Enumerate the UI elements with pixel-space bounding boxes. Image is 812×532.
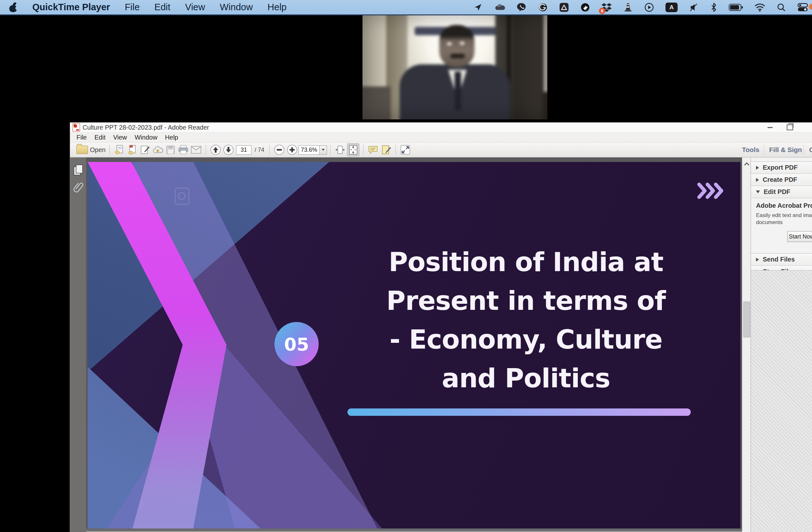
webcam-vignette [362, 15, 547, 119]
onedrive-cloud-icon[interactable] [494, 2, 506, 13]
zoom-level-input[interactable]: 73.6% [299, 145, 320, 155]
page-thumbnails-icon[interactable] [73, 164, 84, 177]
viber-icon[interactable] [517, 2, 527, 13]
wifi-icon[interactable] [754, 2, 765, 13]
acrobat-promo: Adobe Acrobat Pro Easily edit text and i… [751, 198, 812, 253]
menubar-app-name[interactable]: QuickTime Player [32, 2, 110, 13]
next-page-button[interactable] [223, 144, 234, 156]
panel-send-label: Send Files [763, 256, 795, 263]
adobe-menu-edit[interactable]: Edit [90, 134, 109, 141]
attachments-paperclip-icon[interactable] [73, 181, 84, 195]
tab-fill-sign[interactable]: Fill & Sign [769, 142, 802, 157]
save-button[interactable] [165, 144, 176, 156]
document-margin-strip [86, 529, 742, 531]
scrolling-mode-button[interactable] [334, 144, 346, 156]
page-total-label: / 74 [255, 147, 264, 153]
sign-document-button[interactable] [139, 144, 151, 156]
pdf-slide-page[interactable]: 05 Position of India at Present in terms… [88, 162, 740, 529]
collapsed-arrow-icon [756, 178, 759, 182]
email-button[interactable] [190, 144, 202, 156]
panel-create-label: Create PDF [763, 176, 797, 183]
location-icon[interactable] [474, 2, 482, 13]
adobe-menubar: File Edit View Window Help [70, 132, 812, 142]
dropbox-badge: 8 [599, 8, 605, 14]
bluetooth-icon[interactable] [710, 2, 717, 13]
adobe-menu-view[interactable]: View [110, 134, 131, 141]
dropbox-icon[interactable]: 8 [601, 2, 612, 13]
open-folder-icon [76, 146, 88, 154]
wedge-app-icon[interactable] [559, 2, 569, 13]
page-number-input[interactable] [236, 145, 251, 155]
tab-comment[interactable]: C [809, 142, 812, 157]
panel-item-send-files[interactable]: Send Files [751, 253, 812, 266]
panel-export-label: Export PDF [763, 164, 798, 171]
maximize-button[interactable] [787, 125, 793, 130]
slide-title: Position of India at Present in terms of… [299, 243, 740, 398]
expanded-arrow-icon [756, 190, 760, 193]
minimize-button[interactable] [768, 127, 773, 128]
webcam-video-window[interactable] [362, 15, 547, 119]
fit-page-button[interactable] [347, 143, 359, 156]
panel-item-export-pdf[interactable]: Export PDF [751, 161, 812, 174]
zoom-in-button[interactable] [286, 144, 298, 156]
pdf-file-icon [73, 123, 80, 132]
adobe-titlebar[interactable]: Culture PPT 28-02-2023.pdf - Adobe Reade… [70, 123, 812, 132]
adobe-menu-help[interactable]: Help [161, 134, 182, 141]
panel-item-edit-pdf[interactable]: Edit PDF [751, 186, 812, 198]
tools-panel: Export PDF Create PDF Edit PDF Adobe Acr… [751, 158, 812, 532]
panel-edit-label: Edit PDF [764, 188, 790, 196]
play-circle-icon[interactable] [644, 2, 654, 13]
vertical-scrollbar[interactable] [742, 158, 751, 532]
menubar-item-view[interactable]: View [185, 2, 205, 13]
promo-description-line-2: documents [756, 219, 812, 226]
adobe-menu-window[interactable]: Window [131, 134, 161, 141]
slide-title-line-2: Present in terms of [299, 282, 740, 320]
sign-stamp-button[interactable] [380, 144, 392, 156]
navigation-pane-strip [70, 158, 86, 532]
zoom-out-button[interactable] [274, 144, 285, 156]
save-copy-button[interactable] [126, 144, 138, 156]
menubar-item-file[interactable]: File [125, 2, 140, 13]
slide-title-line-3: - Economy, Culture [299, 320, 740, 359]
scrollbar-thumb[interactable] [743, 302, 750, 337]
tab-tools[interactable]: Tools [742, 142, 759, 157]
window-title: Culture PPT 28-02-2023.pdf - Adobe Reade… [83, 124, 209, 131]
open-label: Open [90, 146, 105, 154]
spotlight-search-icon[interactable] [777, 2, 786, 13]
collapsed-arrow-icon [756, 166, 759, 170]
promo-title: Adobe Acrobat Pro [756, 202, 812, 209]
mute-icon[interactable] [689, 2, 699, 13]
battery-icon[interactable] [729, 2, 743, 13]
open-button[interactable]: Open [76, 144, 105, 156]
slide-title-line-1: Position of India at [299, 243, 740, 282]
grammarly-icon[interactable] [538, 2, 548, 13]
panel-item-create-pdf[interactable]: Create PDF [751, 174, 812, 186]
collapsed-arrow-icon [756, 258, 759, 261]
comment-button[interactable] [367, 144, 379, 156]
slide-title-line-4: and Politics [299, 359, 740, 398]
vlc-cone-icon[interactable] [623, 2, 633, 13]
menubar-item-window[interactable]: Window [220, 2, 253, 13]
bird-app-icon[interactable] [580, 2, 590, 13]
export-file-button[interactable] [114, 144, 125, 156]
zoom-dropdown-button[interactable] [320, 145, 327, 155]
apple-menu-icon[interactable] [9, 2, 18, 13]
menubar-item-edit[interactable]: Edit [155, 2, 171, 13]
menubar-item-help[interactable]: Help [267, 2, 287, 13]
adobe-menu-file[interactable]: File [73, 134, 90, 141]
camera-watermark-icon [175, 188, 189, 205]
adobe-main-area: 05 Position of India at Present in terms… [70, 158, 812, 532]
start-now-button[interactable]: Start Now [787, 231, 812, 242]
print-button[interactable] [177, 144, 189, 156]
desktop: QuickTime Player File Edit View Window H… [0, 0, 812, 532]
document-area: 05 Position of India at Present in terms… [86, 158, 742, 532]
cloud-upload-button[interactable] [152, 144, 163, 156]
triple-chevron-icon [697, 182, 724, 201]
input-source-icon[interactable]: A [666, 3, 678, 12]
promo-description-line-1: Easily edit text and images in [756, 212, 812, 219]
adobe-toolbar: Open [70, 142, 812, 158]
control-center-icon[interactable] [797, 2, 808, 13]
fullscreen-button[interactable] [400, 144, 411, 156]
previous-page-button[interactable] [210, 144, 221, 156]
scroll-up-arrow[interactable] [742, 158, 751, 170]
